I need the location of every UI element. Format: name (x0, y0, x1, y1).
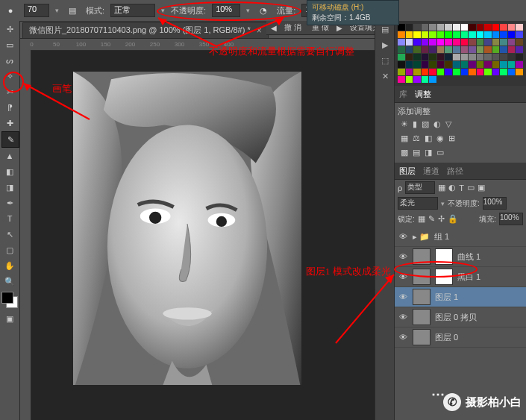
fill-input[interactable]: 100% (499, 213, 523, 225)
filter-shape-icon[interactable]: ▭ (467, 183, 475, 192)
swatch-color[interactable] (477, 31, 484, 38)
channel-mixer-icon[interactable]: ⊞ (448, 134, 455, 143)
swatch-color[interactable] (469, 31, 476, 38)
brush-tool[interactable]: ✎ (1, 131, 19, 148)
swatch-color[interactable] (445, 69, 452, 75)
threshold-icon[interactable]: ◨ (425, 148, 432, 157)
swatch-color[interactable] (461, 69, 469, 75)
swatch-color[interactable] (453, 61, 460, 68)
swatch-color[interactable] (500, 61, 507, 68)
swatch-color[interactable] (429, 24, 436, 31)
lock-all-icon[interactable]: 🔒 (448, 214, 458, 224)
opacity-input[interactable]: 10% (212, 4, 240, 17)
hand-tool[interactable]: ✋ (1, 258, 18, 273)
magic-wand-tool[interactable]: ✧ (1, 69, 18, 84)
swatch-color[interactable] (453, 24, 460, 31)
crop-tool[interactable]: ✂ (1, 84, 18, 99)
layer-row[interactable]: 👁图层 1 (395, 287, 526, 307)
screenmode-tool[interactable]: ▣ (1, 311, 18, 326)
pen-tool[interactable]: ✒ (1, 195, 18, 210)
swatch-color[interactable] (453, 39, 460, 46)
eraser-tool[interactable]: ◧ (1, 164, 18, 179)
visibility-icon[interactable]: 👁 (398, 272, 408, 281)
photo-filter-icon[interactable]: ◉ (436, 134, 444, 143)
properties-panel-icon[interactable]: ⬚ (377, 53, 393, 68)
swatch-color[interactable] (437, 39, 445, 46)
pressure-opacity-icon[interactable]: ◔ (256, 3, 271, 18)
brush-size-input[interactable]: 70 (24, 4, 49, 17)
swatch-color[interactable] (469, 61, 476, 68)
swatch-color[interactable] (461, 54, 469, 60)
swatch-color[interactable] (437, 54, 445, 60)
zoom-tool[interactable]: 🔍 (1, 274, 18, 289)
swatch-color[interactable] (492, 69, 500, 75)
swatch-color[interactable] (484, 46, 492, 53)
swatch-color[interactable] (516, 69, 523, 75)
visibility-icon[interactable]: 👁 (398, 313, 408, 322)
type-tool[interactable]: T (1, 211, 18, 226)
swatch-color[interactable] (445, 24, 452, 31)
swatch-color[interactable] (445, 46, 452, 53)
swatch-color[interactable] (406, 61, 413, 68)
swatch-color[interactable] (413, 39, 421, 46)
filter-smart-icon[interactable]: ▣ (478, 183, 485, 192)
move-tool[interactable]: ✢ (1, 22, 18, 37)
brush-panel-icon[interactable]: ▤ (65, 3, 80, 18)
swatch-color[interactable] (429, 76, 436, 83)
visibility-icon[interactable]: 👁 (398, 232, 408, 241)
swatch-color[interactable] (429, 69, 436, 75)
layer-row[interactable]: 👁图层 0 (395, 327, 526, 348)
swatch-color[interactable] (461, 31, 469, 38)
swatch-color[interactable] (445, 31, 452, 38)
swatch-color[interactable] (406, 24, 413, 31)
swatch-color[interactable] (453, 54, 460, 60)
swatch-color[interactable] (406, 39, 413, 46)
filter-adj-icon[interactable]: ◐ (448, 183, 456, 192)
path-tool[interactable]: ↖ (1, 227, 18, 242)
swatch-color[interactable] (429, 31, 436, 38)
swatch-color[interactable] (422, 39, 429, 46)
swatch-color[interactable] (422, 69, 429, 75)
swatch-color[interactable] (422, 46, 429, 53)
filter-kind-select[interactable]: 类型 (405, 181, 435, 194)
swatch-color[interactable] (422, 24, 429, 31)
swatch-color[interactable] (508, 24, 516, 31)
swatch-color[interactable] (484, 54, 492, 60)
info-panel-icon[interactable]: ✕ (377, 69, 393, 84)
swatch-color[interactable] (429, 46, 436, 53)
stamp-tool[interactable]: ▲ (1, 148, 18, 163)
swatch-color[interactable] (445, 61, 452, 68)
swatch-color[interactable] (500, 24, 507, 31)
chevron-down-icon[interactable]: ▾ (55, 7, 59, 14)
swatch-color[interactable] (429, 54, 436, 60)
swatch-color[interactable] (477, 39, 484, 46)
swatch-color[interactable] (406, 31, 413, 38)
swatch-color[interactable] (429, 39, 436, 46)
swatch-color[interactable] (398, 69, 405, 75)
curves-icon[interactable]: ▧ (422, 119, 429, 129)
swatch-color[interactable] (477, 54, 484, 60)
swatch-color[interactable] (437, 61, 445, 68)
marquee-tool[interactable]: ▭ (1, 37, 18, 52)
healing-tool[interactable]: ✚ (1, 116, 18, 131)
close-icon[interactable]: × (257, 25, 262, 36)
swatch-color[interactable] (516, 46, 523, 53)
swatches-panel[interactable] (395, 21, 526, 86)
swatch-color[interactable] (508, 61, 516, 68)
swatch-color[interactable] (398, 54, 405, 60)
swatch-color[interactable] (508, 69, 516, 75)
exposure-icon[interactable]: ◐ (433, 119, 441, 129)
swatch-color[interactable] (413, 61, 421, 68)
swatch-color[interactable] (413, 46, 421, 53)
swatch-color[interactable] (492, 61, 500, 68)
blend-mode-select[interactable]: 正常 (110, 4, 155, 17)
tab-layers[interactable]: 图层 (399, 166, 416, 177)
swatch-color[interactable] (453, 46, 460, 53)
gradient-tool[interactable]: ◨ (1, 180, 18, 195)
swatch-color[interactable] (445, 54, 452, 60)
swatch-color[interactable] (484, 69, 492, 75)
swatch-color[interactable] (492, 31, 500, 38)
swatch-color[interactable] (516, 31, 523, 38)
color-swatch[interactable] (1, 292, 18, 308)
swatch-color[interactable] (477, 46, 484, 53)
